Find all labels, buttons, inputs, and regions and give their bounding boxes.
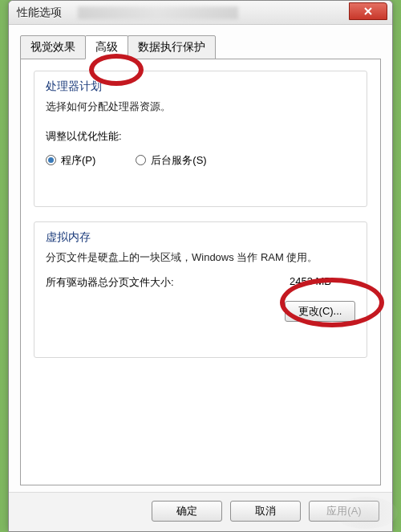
tab-advanced[interactable]: 高级: [85, 35, 128, 59]
radio-background-label: 后台服务(S): [151, 153, 206, 168]
vm-desc: 分页文件是硬盘上的一块区域，Windows 当作 RAM 使用。: [46, 250, 355, 266]
vm-heading: 虚拟内存: [46, 230, 355, 245]
radio-background-dot: [136, 155, 146, 165]
content-area: 视觉效果 高级 数据执行保护 处理器计划 选择如何分配处理器资源。 调整以优化性…: [9, 25, 392, 492]
radio-background[interactable]: 后台服务(S): [136, 153, 206, 168]
processor-scheduling-group: 处理器计划 选择如何分配处理器资源。 调整以优化性能: 程序(P) 后台服务(S…: [34, 71, 367, 207]
performance-options-window: 性能选项 视觉效果 高级 数据执行保护 处理器计划 选择如何分配处理器资源。 调…: [8, 0, 393, 532]
vm-total-value: 2453 MB: [290, 275, 331, 290]
adjust-label: 调整以优化性能:: [46, 129, 355, 144]
dialog-button-row: 确定 取消 应用(A): [9, 492, 392, 531]
tab-panel-advanced: 处理器计划 选择如何分配处理器资源。 调整以优化性能: 程序(P) 后台服务(S…: [20, 59, 381, 485]
processor-desc: 选择如何分配处理器资源。: [46, 99, 355, 115]
tab-strip: 视觉效果 高级 数据执行保护: [20, 35, 381, 59]
cancel-button[interactable]: 取消: [230, 501, 301, 522]
radio-programs-label: 程序(P): [61, 153, 95, 168]
window-title: 性能选项: [17, 6, 62, 20]
radio-programs-dot: [46, 155, 56, 165]
virtual-memory-group: 虚拟内存 分页文件是硬盘上的一块区域，Windows 当作 RAM 使用。 所有…: [34, 221, 367, 358]
change-button[interactable]: 更改(C)...: [285, 301, 355, 322]
close-icon: [364, 7, 372, 15]
close-button[interactable]: [349, 2, 387, 20]
vm-total-label: 所有驱动器总分页文件大小:: [46, 275, 174, 290]
processor-heading: 处理器计划: [46, 79, 355, 94]
titlebar-blurred-text: [78, 6, 238, 19]
ok-button[interactable]: 确定: [152, 501, 222, 522]
titlebar[interactable]: 性能选项: [9, 1, 392, 25]
tab-visual-effects[interactable]: 视觉效果: [20, 35, 86, 59]
radio-programs[interactable]: 程序(P): [46, 153, 95, 168]
vm-total-row: 所有驱动器总分页文件大小: 2453 MB: [46, 275, 355, 290]
radio-row: 程序(P) 后台服务(S): [46, 153, 355, 168]
tab-dep[interactable]: 数据执行保护: [128, 35, 216, 59]
apply-button[interactable]: 应用(A): [309, 501, 379, 522]
